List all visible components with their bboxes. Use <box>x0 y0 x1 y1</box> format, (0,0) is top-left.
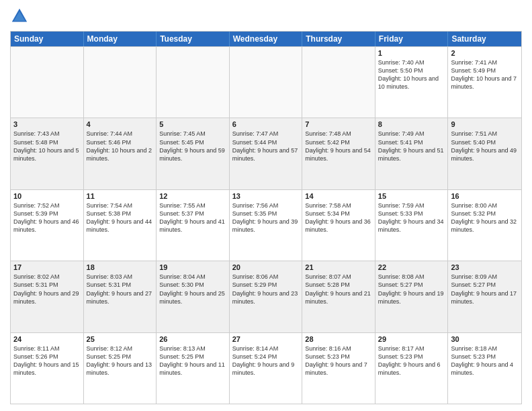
day-info: Sunrise: 8:18 AM Sunset: 5:23 PM Dayligh… <box>451 345 519 377</box>
day-cell-25: 25Sunrise: 8:12 AM Sunset: 5:25 PM Dayli… <box>84 333 157 404</box>
day-number: 14 <box>305 192 372 200</box>
day-info: Sunrise: 8:04 AM Sunset: 5:30 PM Dayligh… <box>159 273 226 306</box>
day-number: 18 <box>87 263 154 271</box>
day-info: Sunrise: 7:58 AM Sunset: 5:34 PM Dayligh… <box>305 201 372 234</box>
day-info: Sunrise: 7:48 AM Sunset: 5:42 PM Dayligh… <box>305 130 372 163</box>
week-row-1: 1Sunrise: 7:40 AM Sunset: 5:50 PM Daylig… <box>11 46 521 118</box>
day-cell-19: 19Sunrise: 8:04 AM Sunset: 5:30 PM Dayli… <box>157 261 230 332</box>
day-info: Sunrise: 7:51 AM Sunset: 5:40 PM Dayligh… <box>451 130 519 163</box>
day-number: 12 <box>159 192 226 200</box>
day-header-friday: Friday <box>375 32 449 46</box>
calendar-body: 1Sunrise: 7:40 AM Sunset: 5:50 PM Daylig… <box>11 46 521 404</box>
day-number: 6 <box>232 120 300 128</box>
day-number: 27 <box>232 335 300 343</box>
day-cell-22: 22Sunrise: 8:08 AM Sunset: 5:27 PM Dayli… <box>375 261 449 332</box>
day-number: 23 <box>451 263 519 271</box>
day-cell-23: 23Sunrise: 8:09 AM Sunset: 5:27 PM Dayli… <box>448 261 521 332</box>
day-cell-9: 9Sunrise: 7:51 AM Sunset: 5:40 PM Daylig… <box>448 118 521 189</box>
day-info: Sunrise: 8:12 AM Sunset: 5:25 PM Dayligh… <box>87 345 154 377</box>
day-cell-24: 24Sunrise: 8:11 AM Sunset: 5:26 PM Dayli… <box>11 333 84 404</box>
day-info: Sunrise: 8:13 AM Sunset: 5:25 PM Dayligh… <box>159 345 226 377</box>
day-cell-26: 26Sunrise: 8:13 AM Sunset: 5:25 PM Dayli… <box>157 333 230 404</box>
day-cell-30: 30Sunrise: 8:18 AM Sunset: 5:23 PM Dayli… <box>448 333 521 404</box>
day-number: 13 <box>232 192 300 200</box>
day-cell-1: 1Sunrise: 7:40 AM Sunset: 5:50 PM Daylig… <box>375 47 449 118</box>
day-info: Sunrise: 7:49 AM Sunset: 5:41 PM Dayligh… <box>378 130 445 163</box>
day-cell-28: 28Sunrise: 8:16 AM Sunset: 5:23 PM Dayli… <box>302 333 375 404</box>
day-cell-5: 5Sunrise: 7:45 AM Sunset: 5:45 PM Daylig… <box>157 118 230 189</box>
empty-cell <box>84 47 157 118</box>
day-info: Sunrise: 7:44 AM Sunset: 5:46 PM Dayligh… <box>87 130 154 163</box>
week-row-5: 24Sunrise: 8:11 AM Sunset: 5:26 PM Dayli… <box>11 332 521 404</box>
day-cell-16: 16Sunrise: 8:00 AM Sunset: 5:32 PM Dayli… <box>448 190 521 261</box>
day-cell-4: 4Sunrise: 7:44 AM Sunset: 5:46 PM Daylig… <box>84 118 157 189</box>
day-cell-3: 3Sunrise: 7:43 AM Sunset: 5:48 PM Daylig… <box>11 118 84 189</box>
day-number: 5 <box>159 120 226 128</box>
day-header-sunday: Sunday <box>11 32 84 46</box>
week-row-2: 3Sunrise: 7:43 AM Sunset: 5:48 PM Daylig… <box>11 118 521 189</box>
day-info: Sunrise: 7:54 AM Sunset: 5:38 PM Dayligh… <box>87 201 154 234</box>
week-row-3: 10Sunrise: 7:52 AM Sunset: 5:39 PM Dayli… <box>11 189 521 261</box>
week-row-4: 17Sunrise: 8:02 AM Sunset: 5:31 PM Dayli… <box>11 261 521 332</box>
day-number: 11 <box>87 192 154 200</box>
day-cell-8: 8Sunrise: 7:49 AM Sunset: 5:41 PM Daylig… <box>375 118 449 189</box>
day-info: Sunrise: 7:41 AM Sunset: 5:49 PM Dayligh… <box>451 58 519 91</box>
day-info: Sunrise: 8:00 AM Sunset: 5:32 PM Dayligh… <box>451 201 519 234</box>
day-info: Sunrise: 8:02 AM Sunset: 5:31 PM Dayligh… <box>13 273 81 306</box>
day-cell-13: 13Sunrise: 7:56 AM Sunset: 5:35 PM Dayli… <box>230 190 303 261</box>
day-number: 22 <box>378 263 445 271</box>
page-header <box>10 7 522 26</box>
logo <box>10 7 32 26</box>
day-info: Sunrise: 7:47 AM Sunset: 5:44 PM Dayligh… <box>232 130 300 163</box>
calendar: SundayMondayTuesdayWednesdayThursdayFrid… <box>10 31 522 404</box>
day-number: 1 <box>378 49 445 57</box>
day-cell-11: 11Sunrise: 7:54 AM Sunset: 5:38 PM Dayli… <box>84 190 157 261</box>
day-cell-18: 18Sunrise: 8:03 AM Sunset: 5:31 PM Dayli… <box>84 261 157 332</box>
day-header-tuesday: Tuesday <box>157 32 230 46</box>
day-info: Sunrise: 8:07 AM Sunset: 5:28 PM Dayligh… <box>305 273 372 306</box>
calendar-header: SundayMondayTuesdayWednesdayThursdayFrid… <box>11 32 521 46</box>
day-number: 2 <box>451 49 519 57</box>
day-info: Sunrise: 8:11 AM Sunset: 5:26 PM Dayligh… <box>13 345 81 377</box>
day-number: 25 <box>87 335 154 343</box>
day-number: 19 <box>159 263 226 271</box>
day-cell-6: 6Sunrise: 7:47 AM Sunset: 5:44 PM Daylig… <box>230 118 303 189</box>
day-header-thursday: Thursday <box>302 32 375 46</box>
day-info: Sunrise: 8:14 AM Sunset: 5:24 PM Dayligh… <box>232 345 300 377</box>
empty-cell <box>302 47 375 118</box>
empty-cell <box>11 47 84 118</box>
day-number: 7 <box>305 120 372 128</box>
day-number: 4 <box>87 120 154 128</box>
logo-icon <box>10 7 29 26</box>
day-cell-20: 20Sunrise: 8:06 AM Sunset: 5:29 PM Dayli… <box>230 261 303 332</box>
day-cell-29: 29Sunrise: 8:17 AM Sunset: 5:23 PM Dayli… <box>375 333 449 404</box>
day-info: Sunrise: 7:40 AM Sunset: 5:50 PM Dayligh… <box>378 58 445 91</box>
day-number: 16 <box>451 192 519 200</box>
day-number: 24 <box>13 335 81 343</box>
day-header-monday: Monday <box>84 32 157 46</box>
day-info: Sunrise: 7:55 AM Sunset: 5:37 PM Dayligh… <box>159 201 226 234</box>
day-cell-14: 14Sunrise: 7:58 AM Sunset: 5:34 PM Dayli… <box>302 190 375 261</box>
day-cell-27: 27Sunrise: 8:14 AM Sunset: 5:24 PM Dayli… <box>230 333 303 404</box>
day-cell-21: 21Sunrise: 8:07 AM Sunset: 5:28 PM Dayli… <box>302 261 375 332</box>
day-info: Sunrise: 8:09 AM Sunset: 5:27 PM Dayligh… <box>451 273 519 306</box>
day-number: 8 <box>378 120 445 128</box>
day-info: Sunrise: 7:43 AM Sunset: 5:48 PM Dayligh… <box>13 130 81 163</box>
day-number: 20 <box>232 263 300 271</box>
day-header-saturday: Saturday <box>448 32 521 46</box>
day-number: 17 <box>13 263 81 271</box>
day-number: 10 <box>13 192 81 200</box>
day-cell-12: 12Sunrise: 7:55 AM Sunset: 5:37 PM Dayli… <box>157 190 230 261</box>
day-number: 15 <box>378 192 445 200</box>
day-cell-2: 2Sunrise: 7:41 AM Sunset: 5:49 PM Daylig… <box>448 47 521 118</box>
day-number: 29 <box>378 335 445 343</box>
day-info: Sunrise: 8:06 AM Sunset: 5:29 PM Dayligh… <box>232 273 300 306</box>
day-info: Sunrise: 8:08 AM Sunset: 5:27 PM Dayligh… <box>378 273 445 306</box>
day-number: 3 <box>13 120 81 128</box>
day-number: 26 <box>159 335 226 343</box>
day-info: Sunrise: 7:59 AM Sunset: 5:33 PM Dayligh… <box>378 201 445 234</box>
day-info: Sunrise: 8:16 AM Sunset: 5:23 PM Dayligh… <box>305 345 372 377</box>
day-cell-10: 10Sunrise: 7:52 AM Sunset: 5:39 PM Dayli… <box>11 190 84 261</box>
day-number: 28 <box>305 335 372 343</box>
empty-cell <box>157 47 230 118</box>
